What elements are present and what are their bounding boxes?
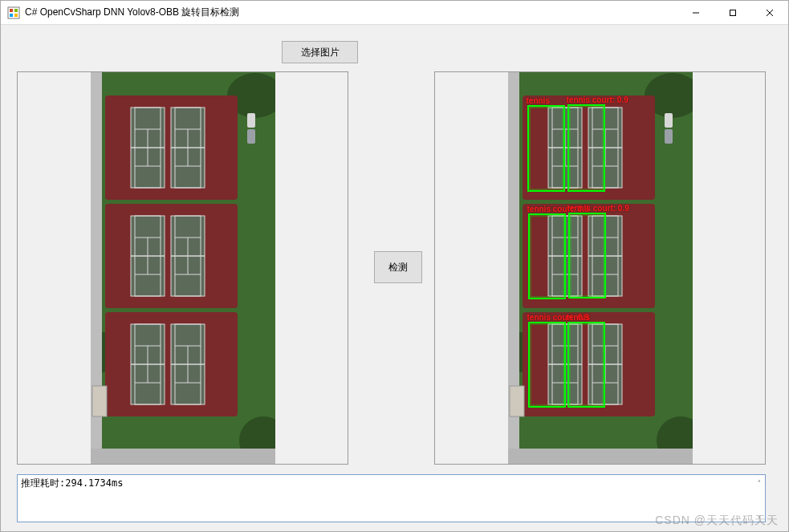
output-text: 推理耗时:294.1734ms [21,477,123,489]
svg-rect-68 [508,449,693,465]
window-controls [677,1,788,24]
scroll-down-icon[interactable]: ▾ [755,514,763,520]
source-image [91,71,275,465]
svg-rect-3 [10,14,13,17]
scrollbar[interactable]: ▴ ▾ [755,477,763,520]
svg-rect-61 [247,113,255,128]
detect-button[interactable]: 检测 [374,251,422,283]
titlebar-left: C# OpenCvSharp DNN Yolov8-OBB 旋转目标检测 [7,6,239,19]
result-image-panel: tennistennis court: 0.9tennis court: 0.9… [434,71,766,465]
minimize-button[interactable] [677,1,714,24]
detect-label: 检测 [388,261,408,274]
svg-rect-114 [510,386,524,416]
svg-rect-6 [730,10,736,15]
svg-rect-2 [14,9,18,12]
svg-rect-14 [91,449,275,465]
titlebar: C# OpenCvSharp DNN Yolov8-OBB 旋转目标检测 [1,1,788,25]
output-textbox[interactable]: 推理耗时:294.1734ms ▴ ▾ [17,474,766,522]
svg-rect-4 [14,14,18,17]
select-image-label: 选择图片 [301,46,340,59]
close-button[interactable] [751,1,788,24]
svg-rect-62 [247,129,255,144]
source-image-panel [17,71,348,465]
client-area: 选择图片 检测 tennistennis court: 0.9tennis co… [1,25,788,531]
window-title: C# OpenCvSharp DNN Yolov8-OBB 旋转目标检测 [25,6,239,19]
svg-rect-115 [665,113,673,128]
select-image-button[interactable]: 选择图片 [282,41,358,63]
app-icon [7,6,20,19]
svg-rect-116 [665,129,673,144]
svg-rect-60 [92,386,107,416]
maximize-button[interactable] [714,1,751,24]
scroll-up-icon[interactable]: ▴ [755,477,763,483]
svg-rect-1 [10,9,13,12]
result-image: tennistennis court: 0.9tennis court: 0.9… [508,71,693,465]
app-window: C# OpenCvSharp DNN Yolov8-OBB 旋转目标检测 选择图… [0,0,789,532]
